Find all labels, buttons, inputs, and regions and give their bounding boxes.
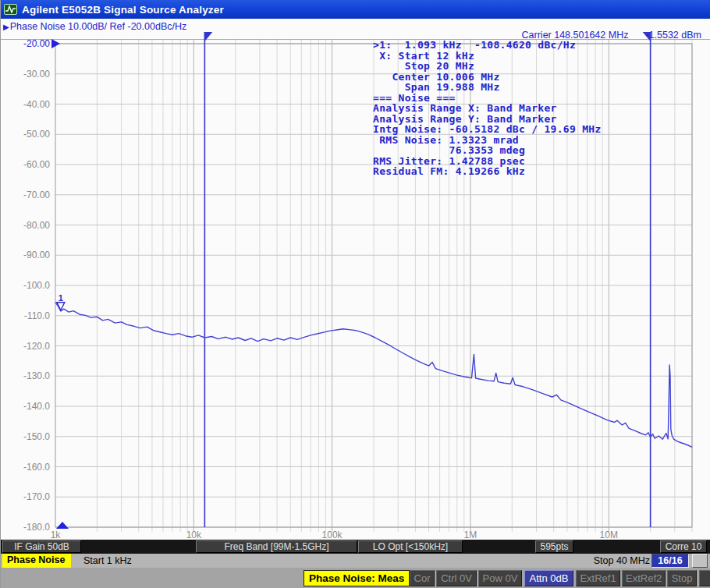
svg-text:10M: 10M: [600, 530, 618, 540]
svg-text:-160.0: -160.0: [23, 462, 50, 473]
svg-text:-70.00: -70.00: [23, 190, 50, 200]
svg-text:-80.00: -80.00: [23, 220, 50, 231]
carrier-frequency: Carrier 148.501642 MHz: [522, 30, 629, 41]
svg-text:-100.0: -100.0: [23, 280, 50, 291]
svg-text:-40.00: -40.00: [23, 99, 50, 110]
svg-text:1M: 1M: [464, 530, 477, 540]
svg-text:-50.00: -50.00: [23, 129, 50, 140]
marker-info-panel: >1: 1.093 kHz -108.4620 dBc/Hz X: Start …: [373, 40, 602, 177]
svg-text:-110.0: -110.0: [24, 310, 50, 321]
carrier-info: Carrier 148.501642 MHz -1.5532 dBm: [522, 30, 701, 41]
phase-noise-plot: -20.00-30.00-40.00-50.00-60.00-70.00-80.…: [1, 0, 710, 588]
svg-text:-90.00: -90.00: [23, 250, 50, 260]
svg-text:1: 1: [59, 293, 63, 303]
svg-text:-30.00: -30.00: [23, 69, 50, 80]
svg-text:10k: 10k: [186, 530, 202, 540]
svg-text:100k: 100k: [322, 530, 343, 540]
svg-text:-140.0: -140.0: [23, 401, 50, 412]
svg-text:-130.0: -130.0: [23, 370, 50, 381]
svg-text:-150.0: -150.0: [23, 431, 50, 442]
svg-text:-20.00: -20.00: [23, 38, 50, 49]
svg-text:-180.0: -180.0: [23, 522, 50, 533]
svg-text:-170.0: -170.0: [23, 491, 50, 502]
carrier-power: -1.5532 dBm: [645, 30, 701, 41]
measurement-screen: ▶ Phase Noise 10.00dB/ Ref -20.00dBc/Hz …: [1, 19, 710, 540]
svg-text:1k: 1k: [51, 530, 62, 540]
svg-text:-120.0: -120.0: [23, 341, 50, 352]
svg-text:-60.00: -60.00: [23, 159, 50, 170]
instrument-window: Agilent E5052B Signal Source Analyzer ▶ …: [0, 0, 710, 588]
